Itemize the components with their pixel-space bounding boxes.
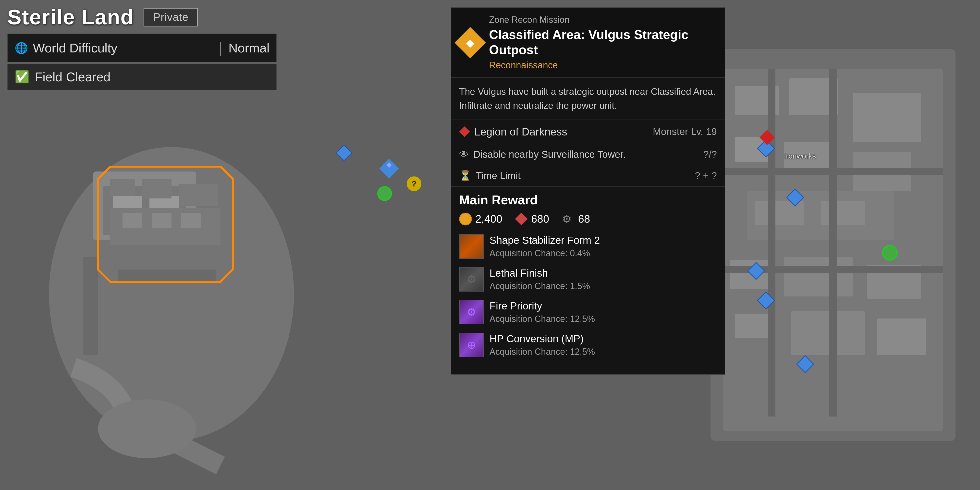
- map-marker-crosshair[interactable]: [382, 162, 396, 175]
- map-marker-blue-right-5[interactable]: [799, 358, 811, 371]
- exp-reward-item: 680: [515, 213, 549, 225]
- top-left-panel: Sterile Land Private 🌐 World Difficulty …: [0, 0, 284, 95]
- svg-rect-7: [118, 269, 216, 282]
- svg-point-30: [98, 399, 196, 458]
- loot-thumbnail-3: ⚙: [459, 300, 484, 325]
- loot-info-1: Shape Stabilizer Form 2 Acquisition Chan…: [490, 234, 600, 258]
- loot-chance-2: Acquisition Chance: 1.5%: [490, 281, 590, 291]
- svg-rect-24: [791, 311, 865, 355]
- mission-type-label: Zone Recon Mission: [489, 15, 717, 25]
- faction-icon: [459, 126, 470, 137]
- zone-title: Sterile Land: [7, 5, 134, 29]
- ironworks-label: Ironworks: [784, 152, 816, 160]
- mission-type-icon: ◆: [455, 27, 485, 58]
- gold-reward-item: 2,400: [459, 213, 502, 225]
- map-marker-green-1[interactable]: [377, 186, 392, 201]
- recon-icon: ◆: [466, 36, 474, 49]
- map-marker-blue-right-2[interactable]: [789, 191, 802, 204]
- privacy-badge: Private: [143, 8, 198, 27]
- surveillance-icon: 👁: [459, 149, 469, 160]
- objective-text-2: Time Limit: [476, 170, 520, 181]
- svg-rect-33: [179, 184, 218, 206]
- loot-item-1: Shape Stabilizer Form 2 Acquisition Chan…: [459, 232, 717, 261]
- field-cleared-bar: ✅ Field Cleared: [7, 64, 277, 90]
- svg-rect-35: [123, 213, 142, 228]
- loot-chance-1: Acquisition Chance: 0.4%: [490, 248, 600, 258]
- svg-rect-36: [152, 213, 172, 228]
- loot-info-3: Fire Priority Acquisition Chance: 12.5%: [490, 300, 595, 324]
- faction-level: Monster Lv. 19: [653, 126, 717, 137]
- svg-rect-13: [853, 93, 921, 142]
- loot-info-2: Lethal Finish Acquisition Chance: 1.5%: [490, 267, 590, 291]
- gear-cog-icon: ⚙: [562, 213, 575, 225]
- gold-coin-icon: [459, 213, 472, 225]
- svg-rect-23: [735, 313, 772, 338]
- loot-name-4: HP Conversion (MP): [490, 333, 595, 345]
- loot-name-3: Fire Priority: [490, 300, 595, 312]
- svg-rect-37: [181, 213, 201, 228]
- loot-chance-4: Acquisition Chance: 12.5%: [490, 347, 595, 357]
- exp-amount: 680: [531, 213, 549, 225]
- difficulty-bar: 🌐 World Difficulty | Normal: [7, 33, 277, 62]
- mission-faction-row: Legion of Darkness Monster Lv. 19: [451, 120, 725, 144]
- faction-left: Legion of Darkness: [459, 126, 567, 138]
- gold-amount: 2,400: [475, 213, 502, 225]
- loot-thumbnail-2: ⚙: [459, 267, 484, 291]
- svg-rect-6: [83, 257, 98, 355]
- mission-panel: ◆ Zone Recon Mission Classified Area: Vu…: [451, 7, 725, 375]
- loot-name-2: Lethal Finish: [490, 267, 590, 279]
- main-reward-title: Main Reward: [459, 192, 717, 207]
- faction-diamond-icon: [459, 126, 470, 137]
- main-reward-section: Main Reward 2,400 680 ⚙ 68 Shape Stabili…: [451, 187, 725, 369]
- mission-header: ◆ Zone Recon Mission Classified Area: Vu…: [451, 8, 725, 78]
- mission-tag: Reconnaissance: [489, 60, 717, 70]
- loot-item-3: ⚙ Fire Priority Acquisition Chance: 12.5…: [459, 298, 717, 326]
- loot-name-1: Shape Stabilizer Form 2: [490, 234, 600, 246]
- objective-progress-1: ?/?: [703, 149, 717, 160]
- loot-info-4: HP Conversion (MP) Acquisition Chance: 1…: [490, 333, 595, 357]
- map-marker-blue-1[interactable]: [338, 147, 350, 159]
- objective-text-1: Disable nearby Surveillance Tower.: [473, 149, 626, 160]
- difficulty-value: Normal: [228, 41, 269, 56]
- mission-title-block: Zone Recon Mission Classified Area: Vulg…: [489, 15, 717, 70]
- objective-left-1: 👁 Disable nearby Surveillance Tower.: [459, 149, 626, 160]
- svg-rect-19: [821, 201, 865, 225]
- loot-item-4: ⊕ HP Conversion (MP) Acquisition Chance:…: [459, 331, 717, 359]
- map-marker-blue-right-4[interactable]: [759, 294, 772, 307]
- faction-name: Legion of Darkness: [474, 126, 567, 138]
- loot-item-2: ⚙ Lethal Finish Acquisition Chance: 1.5%: [459, 265, 717, 294]
- world-difficulty-icon: 🌐: [15, 41, 27, 54]
- objective-progress-2: ? + ?: [695, 170, 717, 181]
- field-cleared-label: Field Cleared: [35, 70, 110, 84]
- exp-gem-icon: [515, 213, 528, 225]
- gear-amount: 68: [578, 213, 590, 225]
- objective-row-2: ⏳ Time Limit ? + ?: [459, 165, 717, 186]
- reward-currency-row: 2,400 680 ⚙ 68: [459, 213, 717, 225]
- time-limit-icon: ⏳: [459, 170, 471, 181]
- svg-rect-25: [877, 318, 926, 355]
- mission-objectives: 👁 Disable nearby Surveillance Tower. ?/?…: [451, 144, 725, 187]
- field-cleared-icon: ✅: [15, 70, 29, 84]
- map-marker-question[interactable]: ?: [407, 177, 422, 191]
- loot-thumbnail-4: ⊕: [459, 333, 484, 357]
- mission-title: Classified Area: Vulgus Strategic Outpos…: [489, 27, 717, 57]
- objective-left-2: ⏳ Time Limit: [459, 170, 520, 181]
- loot-chance-3: Acquisition Chance: 12.5%: [490, 314, 595, 324]
- question-marker-icon: ?: [407, 177, 422, 191]
- svg-rect-32: [142, 179, 172, 199]
- mission-description: The Vulgus have built a strategic outpos…: [451, 78, 725, 120]
- map-marker-red-cross[interactable]: [759, 130, 775, 145]
- gear-reward-item: ⚙ 68: [562, 213, 590, 225]
- loot-thumbnail-1: [459, 234, 484, 259]
- svg-rect-31: [110, 179, 135, 196]
- map-marker-blue-right-3[interactable]: [750, 265, 762, 277]
- objective-row-1: 👁 Disable nearby Surveillance Tower. ?/?: [459, 144, 717, 165]
- svg-rect-21: [784, 257, 853, 296]
- difficulty-separator: |: [219, 40, 223, 56]
- map-marker-green-right[interactable]: [882, 245, 898, 261]
- green-circle-icon: [377, 186, 392, 201]
- difficulty-label: World Difficulty: [33, 41, 213, 56]
